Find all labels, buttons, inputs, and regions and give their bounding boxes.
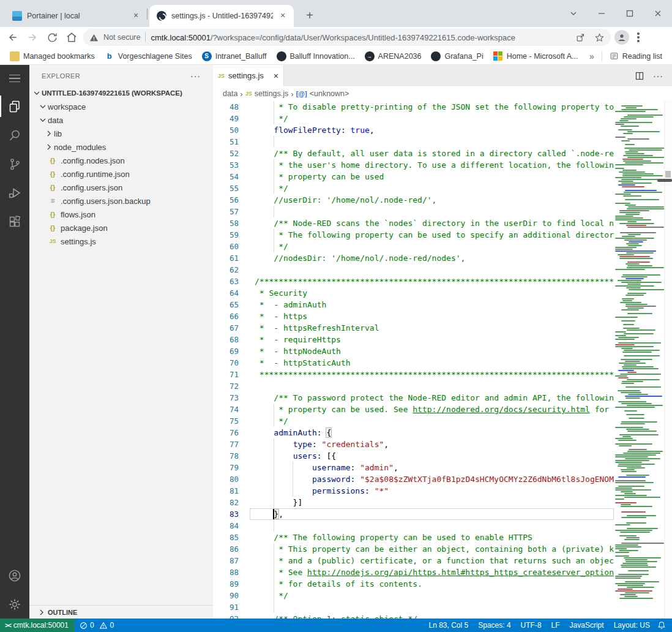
code-line-69[interactable]: 69 * - httpNodeAuth — [213, 345, 614, 357]
code-line-61[interactable]: 61 //nodesDir: '/home/nol/.node-red/node… — [213, 252, 614, 264]
status-item-spaces[interactable]: Spaces: 4 — [473, 621, 515, 630]
code-line-75[interactable]: 75 */ — [213, 415, 614, 427]
bookmark-item[interactable]: Managed bookmarks — [5, 50, 100, 63]
code-text[interactable]: username: "admin", — [255, 462, 398, 473]
tab-close-icon[interactable]: × — [278, 11, 288, 21]
remote-indicator[interactable]: >< cmtk.local:50001 — [0, 619, 75, 632]
code-line-55[interactable]: 55 */ — [213, 182, 614, 194]
code-text[interactable]: //userDir: '/home/nol/.node-red/', — [255, 194, 436, 206]
scrollbar-thumb[interactable] — [665, 171, 671, 178]
account-icon[interactable] — [0, 561, 29, 590]
back-icon[interactable] — [5, 29, 21, 45]
tree-item-flows-json[interactable]: {}flows.json — [29, 208, 213, 221]
scroll-drag-handle[interactable] — [657, 179, 672, 182]
code-line-48[interactable]: 48 * To disable pretty-printing of the J… — [213, 101, 614, 113]
code-text[interactable]: * - adminAuth — [255, 299, 326, 310]
code-text[interactable]: * This property can be either an object,… — [255, 543, 614, 555]
code-text[interactable]: flowFilePretty: true, — [255, 124, 375, 136]
code-line-77[interactable]: 77 type: "credentials", — [213, 438, 614, 450]
code-line-59[interactable]: 59 * The following property can be used … — [213, 229, 614, 241]
bookmark-item[interactable]: Grafana_Pi — [426, 50, 488, 63]
code-text[interactable]: /***************************************… — [255, 276, 614, 287]
profile-avatar[interactable] — [614, 30, 629, 45]
code-line-86[interactable]: 86 * This property can be either an obje… — [213, 543, 614, 555]
tree-item-package-json[interactable]: {}package.json — [29, 221, 213, 235]
code-line-84[interactable]: 84 — [213, 520, 614, 532]
code-editor[interactable]: 48 * To disable pretty-printing of the J… — [213, 101, 672, 619]
code-line-51[interactable]: 51 — [213, 136, 614, 148]
editor-tab-settings-js[interactable]: JS settings.js × — [213, 65, 284, 86]
status-item-javascript[interactable]: JavaScript — [565, 621, 609, 630]
code-line-53[interactable]: 53 * the user's home directory. To use a… — [213, 159, 614, 171]
bookmark-item[interactable]: →ARENA2036 — [360, 50, 427, 63]
code-text[interactable]: * for details of its contents. — [255, 578, 422, 590]
code-line-85[interactable]: 85 /** The following property can be use… — [213, 532, 614, 543]
tree-item--config-users-json-backup[interactable]: ≡.config.users.json.backup — [29, 194, 213, 208]
code-text[interactable]: * See http://nodejs.org/api/https.html#h… — [255, 566, 614, 578]
outline-section[interactable]: OUTLINE — [29, 605, 213, 619]
browser-tab-portainer[interactable]: Portainer | local × — [5, 5, 147, 27]
minimap[interactable] — [614, 101, 664, 619]
code-line-52[interactable]: 52 /** By default, all user data is stor… — [213, 148, 614, 159]
settings-gear-icon[interactable] — [0, 590, 29, 619]
new-tab-button[interactable]: + — [301, 7, 318, 24]
code-line-74[interactable]: 74 * property can be used. See http://no… — [213, 404, 614, 415]
tree-item-lib[interactable]: lib — [29, 127, 213, 140]
code-text[interactable]: adminAuth: { — [255, 427, 331, 438]
tree-item-data[interactable]: data — [29, 113, 213, 127]
code-line-87[interactable]: 87 * and a (public) certificate, or a fu… — [213, 555, 614, 566]
source-control-icon[interactable] — [0, 149, 29, 178]
code-line-71[interactable]: 71 *************************************… — [213, 369, 614, 380]
tab-close-icon[interactable]: × — [131, 11, 141, 21]
code-line-62[interactable]: 62 — [213, 264, 614, 276]
code-line-89[interactable]: 89 * for details of its contents. — [213, 578, 614, 590]
tree-item--config-runtime-json[interactable]: {}.config.runtime.json — [29, 167, 213, 181]
forward-icon[interactable] — [24, 29, 40, 45]
code-text[interactable]: }] — [255, 497, 302, 508]
close-button[interactable] — [644, 4, 672, 23]
code-line-49[interactable]: 49 */ — [213, 113, 614, 124]
share-icon[interactable] — [575, 32, 586, 43]
code-text[interactable]: * - httpsRefreshInterval — [255, 322, 379, 334]
explorer-icon[interactable] — [0, 92, 29, 121]
code-text[interactable]: * and a (public) certificate, or a funct… — [255, 555, 614, 566]
code-line-54[interactable]: 54 * property can be used — [213, 171, 614, 182]
code-text[interactable]: */ — [255, 415, 288, 427]
tree-item--config-users-json[interactable]: {}.config.users.json — [29, 181, 213, 194]
tree-item--config-nodes-json[interactable]: {}.config.nodes.json — [29, 154, 213, 167]
code-text[interactable]: /** To password protect the Node-RED edi… — [255, 392, 614, 404]
code-text[interactable]: * property can be used. See http://noder… — [255, 404, 614, 415]
code-text[interactable]: /** Node-RED scans the `nodes` directory… — [255, 217, 614, 229]
code-line-64[interactable]: 64 * Security — [213, 287, 614, 299]
code-line-81[interactable]: 81 permissions: "*" — [213, 485, 614, 497]
code-text[interactable]: */ — [255, 241, 288, 252]
code-line-70[interactable]: 70 * - httpStaticAuth — [213, 357, 614, 369]
tab-search-chevron-icon[interactable] — [559, 4, 588, 23]
code-text[interactable]: * To disable pretty-printing of the JSON… — [255, 101, 614, 113]
url-text[interactable]: cmtk.local:50001/?workspace=/config/data… — [151, 33, 570, 42]
code-line-68[interactable]: 68 * - requireHttps — [213, 334, 614, 345]
bookmark-item[interactable]: SIntranet_Balluff — [197, 50, 272, 63]
breadcrumb-data[interactable]: data — [223, 89, 237, 98]
code-line-66[interactable]: 66 * - https — [213, 310, 614, 322]
code-line-92[interactable]: 92 /** Option 1: static object */ — [213, 613, 614, 619]
code-text[interactable]: permissions: "*" — [255, 485, 389, 497]
code-line-82[interactable]: 82 }] — [213, 497, 614, 508]
status-item-lf[interactable]: LF — [547, 621, 565, 630]
search-icon[interactable] — [0, 121, 29, 149]
code-text[interactable]: * - https — [255, 310, 307, 322]
tree-item-workspace[interactable]: workspace — [29, 100, 213, 113]
tree-item-settings-js[interactable]: JSsettings.js — [29, 235, 213, 248]
code-line-56[interactable]: 56 //userDir: '/home/nol/.node-red/', — [213, 194, 614, 206]
code-line-88[interactable]: 88 * See http://nodejs.org/api/https.htm… — [213, 566, 614, 578]
editor-more-actions-icon[interactable]: ··· — [653, 71, 663, 81]
code-lines[interactable]: 48 * To disable pretty-printing of the J… — [213, 101, 614, 619]
code-line-90[interactable]: 90 */ — [213, 590, 614, 601]
status-item-utf-8[interactable]: UTF-8 — [516, 621, 547, 630]
tree-root-workspace[interactable]: UNTITLED-1639749221615 (WORKSPACE) — [29, 86, 213, 100]
code-line-73[interactable]: 73 /** To password protect the Node-RED … — [213, 392, 614, 404]
code-text[interactable]: * property can be used — [255, 171, 384, 182]
code-line-60[interactable]: 60 */ — [213, 241, 614, 252]
code-line-76[interactable]: 76 adminAuth: { — [213, 427, 614, 438]
maximize-button[interactable] — [616, 4, 644, 23]
